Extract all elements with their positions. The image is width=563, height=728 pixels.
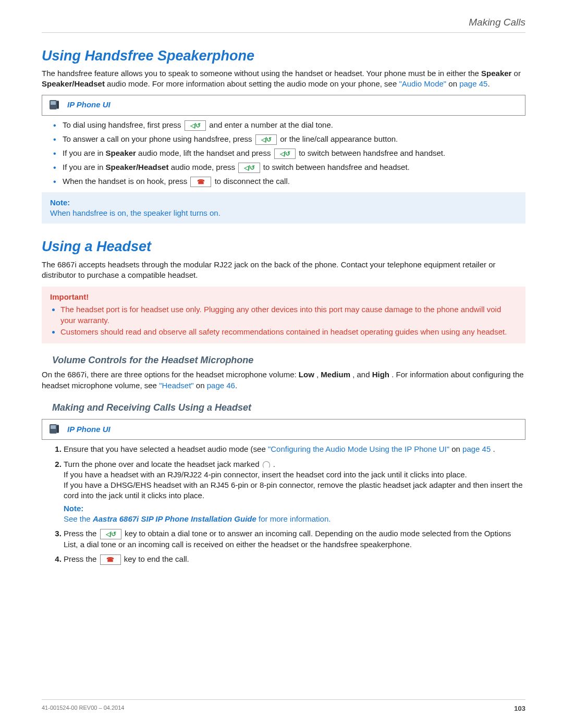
note-heading: Note: [64,504,83,513]
text: Ensure that you have selected a headset … [64,445,268,453]
phone-icon [47,98,61,112]
text-bold-italic: Aastra 6867i SIP IP Phone Installation G… [93,514,256,523]
text-bold: Medium [321,370,350,379]
link-configuring-audio[interactable]: "Configuring the Audio Mode Using the IP… [268,445,449,453]
speaker-key-icon: ◁/↺ [238,163,260,173]
text: , and [352,370,372,379]
text: See the [64,514,93,523]
hangup-key-icon: ☎ [190,177,211,187]
text: audio mode, press [171,163,238,171]
link-page-45[interactable]: page 45 [459,79,487,88]
svg-rect-2 [57,101,59,109]
paragraph: The 6867i accepts headsets through the m… [42,260,525,281]
text-bold: Speaker [106,149,136,157]
svg-rect-1 [51,101,56,105]
bullet-list: To dial using handsfree, first press ◁/↺… [53,120,525,187]
text: audio mode, lift the handset and press [138,149,273,157]
text: to switch between handsfree and headset. [263,163,410,171]
paragraph: The handsfree feature allows you to spea… [42,68,525,90]
step-item: Press the ☎ key to end the call. [64,554,525,565]
list-item: The headset port is for headset use only… [60,304,517,326]
text-bold: Low [299,370,314,379]
text-bold: Speaker/Headset [106,163,169,171]
subheading-making-calls: Making and Receiving Calls Using a Heads… [52,401,525,414]
important-list: The headset port is for headset use only… [50,304,517,337]
ui-box-ip-phone: IP Phone UI [42,419,525,440]
text: Press the [64,554,99,563]
note-heading: Note: [50,198,517,208]
note-body: See the Aastra 6867i SIP IP Phone Instal… [64,514,331,523]
step-item: Turn the phone over and locate the heads… [64,459,525,525]
breadcrumb: Making Calls [42,16,525,29]
speaker-key-icon: ◁/↺ [274,149,296,159]
text: and enter a number at the dial tone. [209,120,333,129]
page-number: 103 [514,704,525,713]
svg-rect-4 [51,425,56,429]
text: The handsfree feature allows you to spea… [42,69,481,78]
text: on [196,381,207,390]
paragraph: On the 6867i, there are three options fo… [42,369,525,391]
ui-box-ip-phone: IP Phone UI [42,95,525,116]
text-bold: Speaker/Headset [42,79,105,88]
text-bold: High [372,370,389,379]
page-footer: 41-001524-00 REV00 – 04.2014 103 [42,699,525,713]
text: on [451,445,462,453]
steps-list: Ensure that you have selected a headset … [52,444,525,565]
text: If you are in [63,149,106,157]
headset-jack-icon [263,461,270,468]
important-box: Important! The headset port is for heads… [42,287,525,343]
list-item: Customers should read and observe all sa… [60,327,517,337]
list-item: To answer a call on your phone using han… [53,134,525,145]
text: When the handset is on hook, press [63,177,189,186]
text: audio mode. For more information about s… [107,79,399,88]
step-item: Ensure that you have selected a headset … [64,444,525,454]
speaker-key-icon: ◁/↺ [185,120,206,131]
text: . [493,445,495,453]
text: to disconnect the call. [215,177,290,186]
text: If you have a headset with an RJ9/RJ22 4… [64,470,467,479]
link-page-45[interactable]: page 45 [462,445,491,453]
text: Press the [64,529,99,538]
inline-note: Note: See the Aastra 6867i SIP IP Phone … [64,503,525,525]
phone-icon [47,423,61,436]
heading-handsfree: Using Handsfree Speakerphone [42,46,525,65]
list-item: To dial using handsfree, first press ◁/↺… [53,120,525,131]
text: If you are in [63,163,106,171]
note-body: When handsfree is on, the speaker light … [50,208,517,218]
text: Turn the phone over and locate the heads… [64,460,262,468]
heading-headset: Using a Headset [42,237,525,256]
text: To dial using handsfree, first press [63,120,183,129]
speaker-key-icon: ◁/↺ [100,529,121,539]
text: key to obtain a dial tone or to answer a… [64,529,511,549]
list-item: If you are in Speaker/Headset audio mode… [53,162,525,173]
text: On the 6867i, there are three options fo… [42,370,299,379]
text: . [273,460,275,468]
important-heading: Important! [50,292,517,302]
list-item: When the handset is on hook, press ☎ to … [53,176,525,187]
link-audio-mode[interactable]: "Audio Mode" [399,79,446,88]
link-headset[interactable]: "Headset" [159,381,194,390]
document-page: Making Calls Using Handsfree Speakerphon… [0,0,563,728]
doc-id: 41-001524-00 REV00 – 04.2014 [42,704,124,713]
text-bold: Speaker [481,69,511,78]
list-item: If you are in Speaker audio mode, lift t… [53,148,525,159]
text: To answer a call on your phone using han… [63,134,254,143]
text: key to end the call. [124,554,189,563]
ui-box-label: IP Phone UI [67,424,111,435]
text: or the line/call appearance button. [280,134,398,143]
text: If you have a DHSG/EHS headset with an R… [64,480,523,500]
step-item: Press the ◁/↺ key to obtain a dial tone … [64,528,525,550]
svg-rect-5 [57,425,59,433]
link-page-46[interactable]: page 46 [207,381,235,390]
note-box: Note: When handsfree is on, the speaker … [42,192,525,224]
text: to switch between handsfree and handset. [299,149,445,157]
speaker-key-icon: ◁/↺ [255,134,277,145]
ui-box-label: IP Phone UI [67,100,111,110]
hangup-key-icon: ☎ [100,554,121,565]
subheading-volume: Volume Controls for the Headset Micropho… [52,354,525,366]
text: or [514,69,521,78]
text: on [448,79,459,88]
text: for more information. [259,514,331,523]
page-header: Making Calls [42,16,525,33]
